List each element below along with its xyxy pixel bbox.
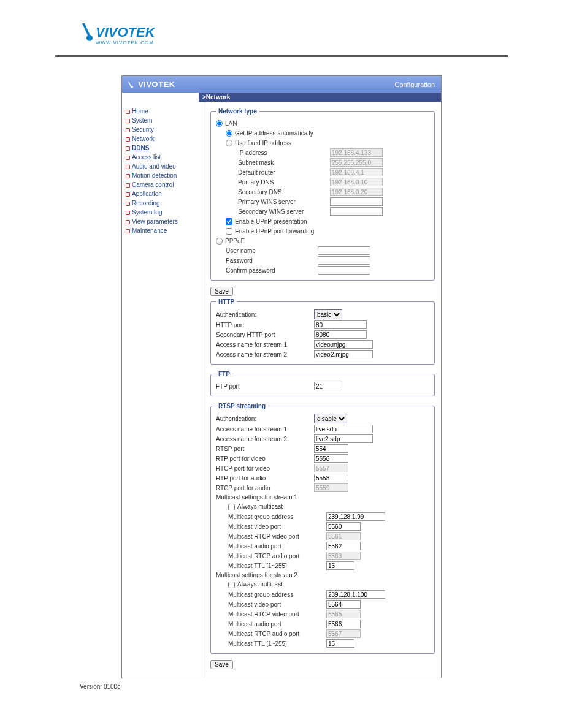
sidebar-item-view-parameters[interactable]: View parameters: [124, 217, 201, 226]
sidebar-item-recording[interactable]: Recording: [124, 199, 201, 208]
upnp-pres-checkbox[interactable]: [226, 218, 232, 225]
mvp1-input[interactable]: [326, 522, 361, 531]
cpass-input[interactable]: [318, 266, 370, 275]
rtsp-auth-select[interactable]: disable: [314, 414, 347, 423]
ms1-header: Multicast settings for stream 1: [216, 494, 429, 501]
upnp-port-label: Enable UPnP port forwarding: [235, 228, 314, 235]
pppoe-radio[interactable]: [216, 238, 223, 245]
sidebar-item-system-log[interactable]: System log: [124, 208, 201, 217]
ms2-always-checkbox[interactable]: [228, 582, 235, 588]
swins-input[interactable]: [330, 207, 383, 216]
ms2-always-label: Always multicast: [237, 581, 283, 588]
svg-text:VIVOTEK: VIVOTEK: [96, 25, 156, 40]
sidebar-item-motion-detection[interactable]: Motion detection: [124, 171, 201, 180]
main-panel: Network type LAN Get IP address automati…: [204, 102, 441, 678]
lan-label: LAN: [225, 120, 237, 127]
http-fieldset: HTTP Authentication:basic HTTP port Seco…: [210, 298, 435, 365]
fixed-ip-radio[interactable]: [226, 140, 232, 146]
sidebar-item-security[interactable]: Security: [124, 125, 201, 134]
sidebar-item-ddns[interactable]: DDNS: [124, 143, 201, 153]
router-label: Default router: [216, 169, 330, 176]
sidebar-item-access-list[interactable]: Access list: [124, 153, 201, 162]
save-button-2[interactable]: Save: [210, 660, 233, 669]
rtsp-an2-input[interactable]: [314, 434, 373, 443]
rtcp-v-label: RTCP port for video: [216, 465, 314, 472]
mttl1-input[interactable]: [326, 561, 354, 570]
pppoe-label: PPPoE: [225, 238, 245, 245]
header-brand: VIVOTEK: [128, 80, 175, 89]
sidebar-item-network[interactable]: Network: [124, 134, 201, 143]
save-button[interactable]: Save: [210, 287, 233, 296]
http-an1-input[interactable]: [314, 340, 373, 349]
map1-input[interactable]: [326, 542, 361, 550]
sidebar-item-application[interactable]: Application: [124, 189, 201, 199]
sdns-input: [330, 188, 383, 196]
mvp2-input[interactable]: [326, 600, 361, 609]
rtsp-an1-input[interactable]: [314, 425, 373, 433]
upnp-port-checkbox[interactable]: [226, 228, 232, 235]
network-type-fieldset: Network type LAN Get IP address automati…: [210, 108, 435, 281]
http-auth-select[interactable]: basic: [314, 309, 342, 319]
mga2-input[interactable]: [326, 590, 385, 599]
http-sport-input[interactable]: [314, 330, 367, 339]
ip-address-input: [330, 148, 383, 157]
upnp-pres-label: Enable UPnP presentation: [235, 218, 307, 225]
rtsp-legend: RTSP streaming: [216, 403, 268, 409]
sidebar-item-home[interactable]: Home: [124, 107, 201, 116]
user-label: User name: [216, 248, 318, 254]
ftp-fieldset: FTP FTP port: [210, 371, 435, 396]
logo-subtext: WWW.VIVOTEK.COM: [96, 40, 154, 45]
vivotek-logo: VIVOTEK WWW.VIVOTEK.COM: [80, 18, 563, 49]
top-divider: [55, 55, 508, 57]
sidebar-item-system[interactable]: System: [124, 116, 201, 125]
get-ip-label: Get IP address automatically: [235, 130, 313, 137]
rtsp-an1-label: Access name for stream 1: [216, 426, 314, 433]
mttl1-label: Multicast TTL [1~255]: [216, 563, 326, 569]
cpass-label: Confirm password: [216, 267, 318, 274]
pwins-input[interactable]: [330, 197, 383, 206]
swins-label: Secondary WINS server: [216, 208, 330, 215]
mrap2-input: [326, 629, 361, 638]
mga1-label: Multicast group address: [216, 514, 326, 520]
map1-label: Multicast audio port: [216, 543, 326, 550]
mvp2-label: Multicast video port: [216, 601, 326, 608]
get-ip-radio[interactable]: [226, 130, 232, 137]
config-window: VIVOTEK Configuration >Network HomeSyste…: [121, 75, 442, 678]
http-auth-label: Authentication:: [216, 311, 314, 318]
sidebar-item-audio-and-video[interactable]: Audio and video: [124, 162, 201, 171]
http-an1-label: Access name for stream 1: [216, 341, 314, 348]
mvp1-label: Multicast video port: [216, 523, 326, 530]
map2-label: Multicast audio port: [216, 621, 326, 628]
sidebar: HomeSystemSecurityNetworkDDNSAccess list…: [122, 102, 204, 678]
http-port-input[interactable]: [314, 320, 367, 329]
rtp-a-input[interactable]: [314, 474, 348, 482]
http-an2-input[interactable]: [314, 350, 373, 358]
mrvp2-input: [326, 610, 361, 618]
mttl2-input[interactable]: [326, 639, 354, 648]
http-an2-label: Access name for stream 2: [216, 351, 314, 358]
user-input[interactable]: [318, 246, 370, 255]
mrvp1-input: [326, 532, 361, 540]
version-label: Version: 0100c: [80, 683, 563, 690]
map2-input[interactable]: [326, 620, 361, 628]
sidebar-item-camera-control[interactable]: Camera control: [124, 180, 201, 189]
app-header: VIVOTEK Configuration: [122, 76, 441, 93]
ftp-port-input[interactable]: [314, 382, 342, 390]
rtcp-v-input: [314, 464, 348, 472]
sdns-label: Secondary DNS: [216, 189, 330, 195]
pdns-label: Primary DNS: [216, 179, 330, 186]
http-legend: HTTP: [216, 298, 237, 305]
lan-radio[interactable]: [216, 120, 223, 127]
svg-point-0: [86, 35, 93, 41]
mga1-input[interactable]: [326, 512, 385, 521]
pass-label: Password: [216, 257, 318, 264]
ms1-always-checkbox[interactable]: [228, 504, 235, 510]
mrvp1-label: Multicast RTCP video port: [216, 533, 326, 540]
ftp-legend: FTP: [216, 371, 232, 377]
mrap1-input: [326, 552, 361, 560]
rtp-v-label: RTP port for video: [216, 455, 314, 462]
sidebar-item-maintenance[interactable]: Maintenance: [124, 226, 201, 235]
rtsp-port-input[interactable]: [314, 444, 348, 453]
rtp-v-input[interactable]: [314, 454, 348, 463]
pass-input[interactable]: [318, 256, 370, 265]
